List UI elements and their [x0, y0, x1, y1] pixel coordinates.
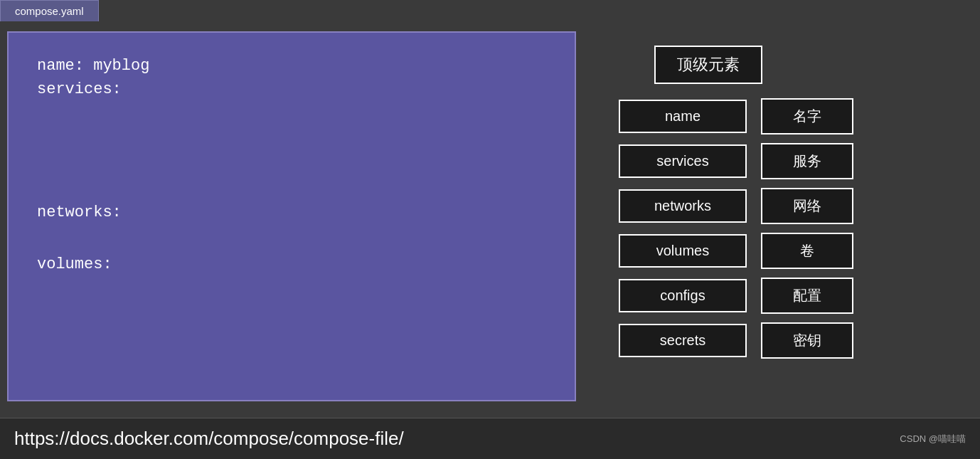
tab-bar: compose.yaml [0, 0, 99, 21]
element-val-secrets: 密钥 [761, 322, 853, 359]
element-row-services: services 服务 [619, 143, 946, 179]
element-row-volumes: volumes 卷 [619, 233, 946, 269]
right-panel: 顶级元素 name 名字 services 服务 networks 网络 vol… [597, 31, 967, 373]
element-row-configs: configs 配置 [619, 278, 946, 314]
bottom-url[interactable]: https://docs.docker.com/compose/compose-… [14, 428, 404, 450]
bottom-credit: CSDN @喵哇喵 [900, 433, 966, 445]
element-key-configs: configs [619, 279, 747, 312]
element-val-volumes: 卷 [761, 233, 853, 269]
element-val-configs: 配置 [761, 278, 853, 314]
element-key-volumes: volumes [619, 234, 747, 268]
element-row-networks: networks 网络 [619, 188, 946, 224]
bottom-bar: https://docs.docker.com/compose/compose-… [0, 418, 980, 459]
yaml-line-networks: networks: [37, 201, 546, 224]
element-val-networks: 网络 [761, 188, 853, 224]
element-row-name: name 名字 [619, 98, 946, 134]
element-rows: name 名字 services 服务 networks 网络 volumes … [619, 98, 946, 359]
element-key-name: name [619, 100, 747, 133]
yaml-line-services: services: [37, 78, 546, 101]
element-val-name: 名字 [761, 98, 853, 134]
compose-yaml-tab[interactable]: compose.yaml [0, 0, 99, 21]
element-key-networks: networks [619, 189, 747, 223]
element-key-secrets: secrets [619, 324, 747, 357]
element-row-secrets: secrets 密钥 [619, 322, 946, 359]
top-element-header: 顶级元素 [654, 46, 762, 84]
yaml-line-name: name: myblog [37, 54, 546, 78]
yaml-line-volumes: volumes: [37, 253, 546, 276]
element-val-services: 服务 [761, 143, 853, 179]
element-key-services: services [619, 144, 747, 178]
yaml-panel: name: myblog services: networks: volumes… [7, 31, 576, 401]
